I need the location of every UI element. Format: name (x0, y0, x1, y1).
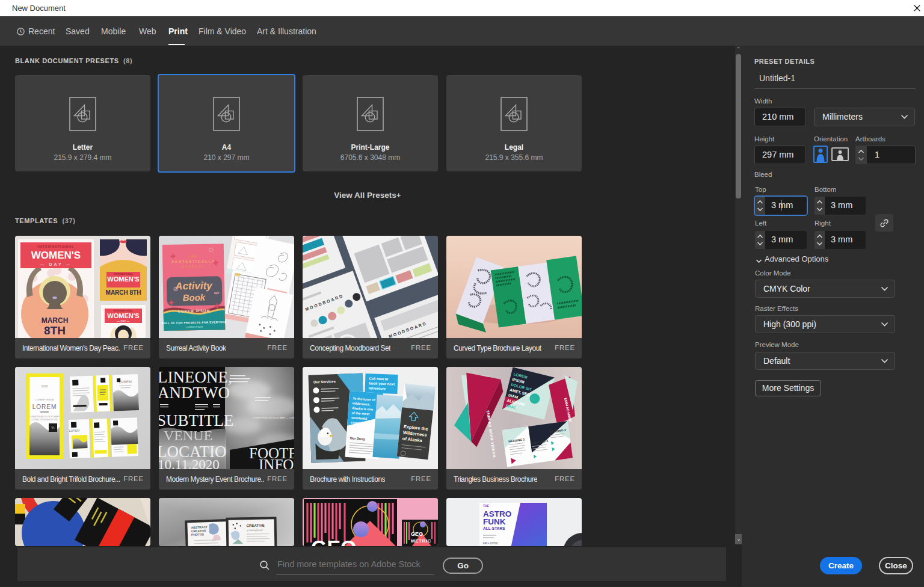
svg-text:LOREM IPSUM DOLOR SIT AMET — C: LOREM IPSUM DOLOR SIT AMET — CONSECTETUR (253, 417, 294, 419)
svg-text:LOREM: LOREM (32, 404, 57, 410)
svg-text:Call now to: Call now to (369, 376, 389, 381)
svg-text:THE: THE (483, 504, 490, 508)
svg-text:LOREM: LOREM (119, 380, 132, 384)
svg-text:ALL-STARS: ALL-STARS (483, 526, 505, 530)
svg-text:INTERNATIONAL: INTERNATIONAL (114, 272, 134, 275)
svg-text:FANTASTICALLY: FANTASTICALLY (171, 259, 215, 263)
svg-text:INFO: INFO (259, 456, 294, 469)
svg-text:PHOTOS: PHOTOS (191, 532, 205, 536)
svg-text:LOREM: LOREM (69, 428, 79, 432)
svg-text:GEO: GEO (411, 531, 423, 537)
svg-text:INTERNATIONAL: INTERNATIONAL (114, 309, 134, 312)
svg-text:art background: art background (247, 529, 263, 532)
svg-text:10.11.2020: 10.11.2020 (159, 457, 220, 469)
svg-text:LOREM IPSUM: LOREM IPSUM (186, 325, 203, 329)
svg-text:WOMEN'S: WOMEN'S (31, 250, 81, 261)
svg-text:FRI • 20H00: FRI • 20H00 (483, 542, 498, 545)
svg-text:Activity: Activity (174, 280, 213, 292)
svg-text:8TH: 8TH (44, 324, 66, 337)
svg-text:adventure: adventure (369, 386, 387, 390)
svg-text:GEO: GEO (311, 536, 357, 546)
svg-text:LOREM IPSUM DOLOR SIT AMET: LOREM IPSUM DOLOR SIT AMET (29, 416, 60, 418)
svg-text:2019: 2019 (41, 384, 48, 388)
svg-text:CREATIVE: CREATIVE (247, 524, 265, 528)
svg-text:LOREM IPSUM: LOREM IPSUM (178, 309, 210, 313)
svg-text:— DAY —: — DAY — (117, 320, 130, 323)
svg-text:— DAY —: — DAY — (40, 262, 72, 266)
svg-text:— DAY —: — DAY — (117, 283, 130, 286)
svg-text:SURREAL: SURREAL (182, 265, 205, 269)
svg-text:WOMEN'S: WOMEN'S (107, 312, 139, 319)
svg-text:THE: THE (188, 254, 198, 258)
svg-text:Book: Book (182, 292, 205, 303)
svg-text:VENUE: VENUE (164, 428, 212, 443)
svg-text:INTERNATIONAL: INTERNATIONAL (37, 245, 75, 248)
svg-text:MARCH: MARCH (42, 316, 69, 325)
svg-text:FUNK: FUNK (483, 517, 506, 526)
svg-text:WOMEN'S: WOMEN'S (107, 275, 139, 283)
svg-text:METRIC: METRIC (411, 538, 431, 544)
svg-text:CONSECTETUR ADIPISCING: CONSECTETUR ADIPISCING (31, 419, 58, 421)
svg-text:ANDTWO: ANDTWO (159, 384, 230, 402)
svg-text:SUBTITLE: SUBTITLE (159, 411, 234, 429)
svg-text:LOREM • IPSUM: LOREM • IPSUM (35, 398, 54, 401)
svg-text:MARCH 8TH: MARCH 8TH (106, 289, 141, 296)
